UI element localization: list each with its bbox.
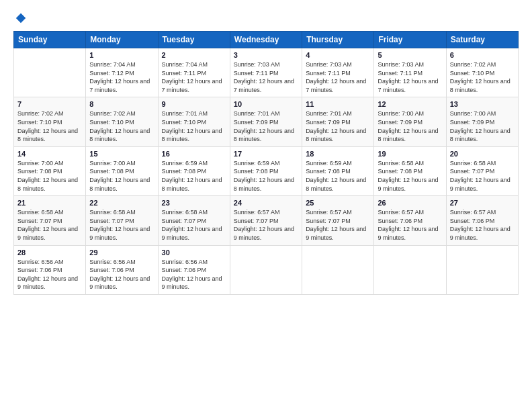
weekday-header-sunday: Sunday: [14, 32, 86, 48]
cell-content: Sunrise: 7:03 AMSunset: 7:11 PMDaylight:…: [378, 60, 442, 94]
day-number: 22: [89, 199, 154, 207]
cell-content: Sunrise: 7:02 AMSunset: 7:10 PMDaylight:…: [89, 109, 154, 143]
cell-content: Sunrise: 6:58 AMSunset: 7:07 PMDaylight:…: [89, 208, 154, 242]
cell-content: Sunrise: 7:00 AMSunset: 7:09 PMDaylight:…: [378, 109, 442, 143]
cell-content: Sunrise: 7:03 AMSunset: 7:11 PMDaylight:…: [234, 60, 298, 94]
cell-content: Sunrise: 7:03 AMSunset: 7:11 PMDaylight:…: [306, 60, 370, 94]
calendar-cell: 6Sunrise: 7:02 AMSunset: 7:10 PMDaylight…: [446, 48, 518, 97]
calendar-week-1: 7Sunrise: 7:02 AMSunset: 7:10 PMDaylight…: [14, 97, 519, 146]
cell-content: Sunrise: 6:57 AMSunset: 7:06 PMDaylight:…: [378, 208, 442, 242]
calendar-cell: 19Sunrise: 6:58 AMSunset: 7:08 PMDayligh…: [374, 146, 446, 195]
cell-content: Sunrise: 7:00 AMSunset: 7:08 PMDaylight:…: [17, 159, 82, 193]
day-number: 24: [234, 199, 298, 207]
calendar-cell: 1Sunrise: 7:04 AMSunset: 7:12 PMDaylight…: [86, 48, 158, 97]
calendar-cell: 11Sunrise: 7:01 AMSunset: 7:09 PMDayligh…: [302, 97, 374, 146]
weekday-header-friday: Friday: [374, 32, 446, 48]
calendar-cell: 8Sunrise: 7:02 AMSunset: 7:10 PMDaylight…: [86, 97, 158, 146]
header: [13, 12, 519, 24]
calendar-cell: 18Sunrise: 6:59 AMSunset: 7:08 PMDayligh…: [302, 146, 374, 195]
day-number: 15: [89, 150, 154, 158]
svg-marker-1: [21, 13, 26, 18]
calendar-cell: 17Sunrise: 6:59 AMSunset: 7:08 PMDayligh…: [230, 146, 302, 195]
calendar-cell: 13Sunrise: 7:00 AMSunset: 7:09 PMDayligh…: [446, 97, 518, 146]
day-number: 8: [89, 100, 154, 108]
day-number: 21: [17, 199, 82, 207]
day-number: 29: [89, 248, 154, 257]
day-number: 3: [234, 51, 298, 59]
calendar-cell: 22Sunrise: 6:58 AMSunset: 7:07 PMDayligh…: [86, 196, 158, 245]
cell-content: Sunrise: 6:58 AMSunset: 7:07 PMDaylight:…: [450, 159, 515, 193]
day-number: 7: [17, 100, 82, 108]
cell-content: Sunrise: 7:01 AMSunset: 7:10 PMDaylight:…: [162, 109, 226, 143]
calendar: SundayMondayTuesdayWednesdayThursdayFrid…: [13, 31, 519, 295]
cell-content: Sunrise: 6:56 AMSunset: 7:06 PMDaylight:…: [162, 258, 226, 291]
cell-content: Sunrise: 7:01 AMSunset: 7:09 PMDaylight:…: [234, 109, 298, 143]
calendar-cell: 26Sunrise: 6:57 AMSunset: 7:06 PMDayligh…: [374, 196, 446, 245]
day-number: 26: [378, 199, 442, 207]
day-number: 1: [89, 51, 154, 59]
calendar-cell: 23Sunrise: 6:58 AMSunset: 7:07 PMDayligh…: [158, 196, 230, 245]
cell-content: Sunrise: 7:02 AMSunset: 7:10 PMDaylight:…: [450, 60, 515, 94]
weekday-header-row: SundayMondayTuesdayWednesdayThursdayFrid…: [14, 32, 519, 48]
day-number: 30: [162, 248, 226, 257]
cell-content: Sunrise: 6:57 AMSunset: 7:07 PMDaylight:…: [306, 208, 370, 242]
day-number: 27: [450, 199, 515, 207]
day-number: 20: [450, 150, 515, 158]
day-number: 11: [306, 100, 370, 108]
calendar-cell: [230, 245, 302, 294]
calendar-cell: 20Sunrise: 6:58 AMSunset: 7:07 PMDayligh…: [446, 146, 518, 195]
cell-content: Sunrise: 6:59 AMSunset: 7:08 PMDaylight:…: [234, 159, 298, 193]
calendar-cell: 4Sunrise: 7:03 AMSunset: 7:11 PMDaylight…: [302, 48, 374, 97]
calendar-cell: [14, 48, 86, 97]
calendar-cell: 14Sunrise: 7:00 AMSunset: 7:08 PMDayligh…: [14, 146, 86, 195]
day-number: 23: [162, 199, 226, 207]
calendar-cell: [446, 245, 518, 294]
cell-content: Sunrise: 7:00 AMSunset: 7:08 PMDaylight:…: [89, 159, 154, 193]
day-number: 19: [378, 150, 442, 158]
calendar-week-0: 1Sunrise: 7:04 AMSunset: 7:12 PMDaylight…: [14, 48, 519, 97]
weekday-header-monday: Monday: [86, 32, 158, 48]
calendar-week-4: 28Sunrise: 6:56 AMSunset: 7:06 PMDayligh…: [14, 245, 519, 294]
calendar-cell: 15Sunrise: 7:00 AMSunset: 7:08 PMDayligh…: [86, 146, 158, 195]
day-number: 13: [450, 100, 515, 108]
calendar-cell: 29Sunrise: 6:56 AMSunset: 7:06 PMDayligh…: [86, 245, 158, 294]
calendar-cell: 9Sunrise: 7:01 AMSunset: 7:10 PMDaylight…: [158, 97, 230, 146]
calendar-cell: 3Sunrise: 7:03 AMSunset: 7:11 PMDaylight…: [230, 48, 302, 97]
calendar-cell: 5Sunrise: 7:03 AMSunset: 7:11 PMDaylight…: [374, 48, 446, 97]
cell-content: Sunrise: 6:57 AMSunset: 7:06 PMDaylight:…: [450, 208, 515, 242]
day-number: 2: [162, 51, 226, 59]
day-number: 25: [306, 199, 370, 207]
day-number: 5: [378, 51, 442, 59]
calendar-cell: 28Sunrise: 6:56 AMSunset: 7:06 PMDayligh…: [14, 245, 86, 294]
calendar-cell: 24Sunrise: 6:57 AMSunset: 7:07 PMDayligh…: [230, 196, 302, 245]
day-number: 9: [162, 100, 226, 108]
calendar-cell: 25Sunrise: 6:57 AMSunset: 7:07 PMDayligh…: [302, 196, 374, 245]
calendar-cell: [302, 245, 374, 294]
cell-content: Sunrise: 6:59 AMSunset: 7:08 PMDaylight:…: [162, 159, 226, 193]
day-number: 4: [306, 51, 370, 59]
calendar-cell: 12Sunrise: 7:00 AMSunset: 7:09 PMDayligh…: [374, 97, 446, 146]
cell-content: Sunrise: 6:59 AMSunset: 7:08 PMDaylight:…: [306, 159, 370, 193]
calendar-cell: [374, 245, 446, 294]
day-number: 6: [450, 51, 515, 59]
cell-content: Sunrise: 6:56 AMSunset: 7:06 PMDaylight:…: [17, 258, 82, 291]
cell-content: Sunrise: 7:04 AMSunset: 7:12 PMDaylight:…: [89, 60, 154, 94]
weekday-header-saturday: Saturday: [446, 32, 518, 48]
day-number: 10: [234, 100, 298, 108]
calendar-cell: 21Sunrise: 6:58 AMSunset: 7:07 PMDayligh…: [14, 196, 86, 245]
weekday-header-tuesday: Tuesday: [158, 32, 230, 48]
calendar-cell: 30Sunrise: 6:56 AMSunset: 7:06 PMDayligh…: [158, 245, 230, 294]
calendar-cell: 27Sunrise: 6:57 AMSunset: 7:06 PMDayligh…: [446, 196, 518, 245]
day-number: 16: [162, 150, 226, 158]
calendar-cell: 7Sunrise: 7:02 AMSunset: 7:10 PMDaylight…: [14, 97, 86, 146]
calendar-week-3: 21Sunrise: 6:58 AMSunset: 7:07 PMDayligh…: [14, 196, 519, 245]
day-number: 12: [378, 100, 442, 108]
calendar-cell: 2Sunrise: 7:04 AMSunset: 7:11 PMDaylight…: [158, 48, 230, 97]
logo-icon: [15, 12, 27, 24]
cell-content: Sunrise: 6:58 AMSunset: 7:08 PMDaylight:…: [378, 159, 442, 193]
calendar-cell: 16Sunrise: 6:59 AMSunset: 7:08 PMDayligh…: [158, 146, 230, 195]
cell-content: Sunrise: 6:56 AMSunset: 7:06 PMDaylight:…: [89, 258, 154, 291]
day-number: 28: [17, 248, 82, 257]
cell-content: Sunrise: 7:01 AMSunset: 7:09 PMDaylight:…: [306, 109, 370, 143]
page: SundayMondayTuesdayWednesdayThursdayFrid…: [0, 0, 532, 302]
